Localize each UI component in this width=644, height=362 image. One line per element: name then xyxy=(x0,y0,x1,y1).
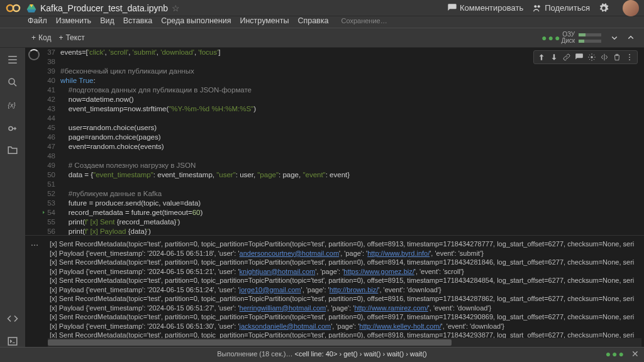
more-icon[interactable] xyxy=(625,53,634,62)
terminal-icon[interactable] xyxy=(7,336,18,347)
secrets-icon[interactable] xyxy=(7,122,18,133)
menu-view[interactable]: Вид xyxy=(100,16,114,25)
toc-icon[interactable] xyxy=(7,54,18,65)
star-icon[interactable]: ☆ xyxy=(172,3,180,13)
cell-settings-icon[interactable] xyxy=(587,53,596,62)
menu-tools[interactable]: Инструменты xyxy=(240,16,289,25)
svg-point-13 xyxy=(629,57,630,58)
svg-point-6 xyxy=(538,5,540,8)
move-up-icon[interactable] xyxy=(537,53,546,62)
settings-icon[interactable] xyxy=(599,3,609,13)
user-avatar[interactable] xyxy=(623,0,639,16)
exec-status: Выполнение (18 сек.)… <cell line: 40> › … xyxy=(217,350,427,358)
menubar: Файл Изменить Вид Вставка Среда выполнен… xyxy=(0,16,644,28)
output-menu-icon[interactable] xyxy=(30,241,39,252)
menu-help[interactable]: Справка xyxy=(297,16,328,25)
link-icon[interactable] xyxy=(562,53,571,62)
busy-icon: ●●● xyxy=(541,33,561,43)
variables-icon[interactable]: {x} xyxy=(7,99,18,111)
add-text-button[interactable]: + Текст xyxy=(55,31,88,44)
svg-point-12 xyxy=(629,54,630,55)
svg-point-5 xyxy=(535,5,537,8)
cell-action-bar xyxy=(533,50,638,64)
close-status-icon[interactable]: ✕ xyxy=(631,349,639,359)
svg-text:{x}: {x} xyxy=(8,101,16,109)
svg-point-16 xyxy=(34,244,35,246)
share-button[interactable]: Поделиться xyxy=(532,3,590,13)
menu-file[interactable]: Файл xyxy=(28,16,47,25)
svg-point-14 xyxy=(629,59,630,60)
svg-point-9 xyxy=(9,127,13,131)
menu-runtime[interactable]: Среда выполнения xyxy=(161,16,231,25)
svg-point-0 xyxy=(7,5,13,11)
left-sidebar: {x} xyxy=(0,48,25,347)
statusbar: Выполнение (18 сек.)… <cell line: 40> › … xyxy=(0,347,644,359)
svg-point-1 xyxy=(13,5,19,11)
colab-logo[interactable] xyxy=(5,0,21,16)
status-busy-icon: ●●● xyxy=(606,349,625,359)
svg-point-15 xyxy=(31,244,33,246)
mirror-icon[interactable] xyxy=(600,53,609,62)
runtime-dropdown-icon[interactable] xyxy=(609,32,620,43)
svg-rect-10 xyxy=(8,337,17,345)
menu-edit[interactable]: Изменить xyxy=(56,16,91,25)
cell-output[interactable]: [x] Sent RecordMetadata(topic='test', pa… xyxy=(25,235,644,347)
collapse-up-icon[interactable] xyxy=(625,32,636,43)
output-hscrollbar[interactable] xyxy=(48,338,641,347)
code-editor[interactable]: 37events=['click', 'scroll', 'submit', '… xyxy=(43,48,644,235)
save-state: Сохранение… xyxy=(341,17,387,25)
files-icon[interactable] xyxy=(7,145,18,156)
move-down-icon[interactable] xyxy=(550,53,558,62)
code-icon[interactable] xyxy=(7,313,18,324)
comment-icon[interactable] xyxy=(575,53,584,62)
svg-point-11 xyxy=(591,56,593,58)
resource-meter[interactable]: ОЗУ Диск xyxy=(561,31,601,44)
run-cell-spinner[interactable] xyxy=(28,49,40,60)
svg-point-17 xyxy=(36,244,38,246)
add-code-button[interactable]: + Код xyxy=(28,31,55,44)
svg-point-7 xyxy=(9,79,14,84)
notebook-title[interactable]: Kafka_Producer_test_data.ipynb xyxy=(40,3,168,13)
comment-button[interactable]: Комментировать xyxy=(447,3,523,13)
delete-icon[interactable] xyxy=(613,53,621,62)
svg-marker-3 xyxy=(27,9,36,13)
menu-insert[interactable]: Вставка xyxy=(123,16,152,25)
search-icon[interactable] xyxy=(7,77,18,88)
drive-icon xyxy=(26,3,36,13)
